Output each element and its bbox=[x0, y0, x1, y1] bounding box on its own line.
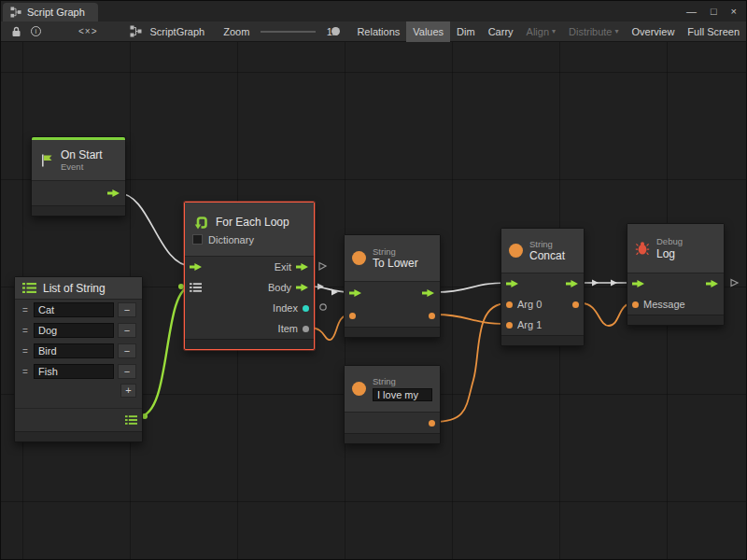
index-out-port[interactable]: Index bbox=[273, 302, 309, 314]
list-row: = − bbox=[15, 300, 142, 320]
body-out-port[interactable]: Body bbox=[268, 282, 309, 293]
flow-arrow-icon bbox=[506, 279, 519, 288]
drag-handle[interactable]: = bbox=[21, 326, 30, 336]
node-string-concat[interactable]: String Concat Arg bbox=[500, 228, 585, 346]
checkbox-label: Dictionary bbox=[208, 234, 254, 245]
zoom-label: Zoom bbox=[219, 26, 253, 37]
string-in-port[interactable] bbox=[349, 313, 356, 319]
flow-arrow-icon bbox=[632, 279, 645, 288]
string-port-icon bbox=[429, 313, 435, 319]
list-item-input[interactable] bbox=[34, 364, 114, 379]
value-out-port[interactable] bbox=[429, 420, 435, 427]
flow-arrow-icon bbox=[706, 279, 719, 288]
relations-button[interactable]: Relations bbox=[350, 21, 406, 42]
remove-item-button[interactable]: − bbox=[118, 343, 136, 358]
message-in-port[interactable]: Message bbox=[632, 299, 685, 310]
port-row: Arg 1 bbox=[501, 315, 584, 335]
distribute-dropdown[interactable]: Distribute ▾ bbox=[562, 21, 625, 42]
zoom-slider[interactable] bbox=[261, 31, 315, 33]
flow-glyph bbox=[611, 280, 617, 287]
drag-handle[interactable]: = bbox=[21, 346, 30, 357]
node-title: On Start bbox=[61, 148, 103, 161]
maximize-button[interactable]: □ bbox=[711, 6, 717, 17]
flow-out-port[interactable] bbox=[107, 189, 120, 198]
values-button[interactable]: Values bbox=[406, 21, 450, 42]
wire-literal-to-arg0 bbox=[434, 303, 507, 422]
node-debug-log[interactable]: Debug Log Message bbox=[627, 223, 725, 326]
unconnected-flow-port bbox=[731, 280, 738, 287]
flow-in-port[interactable] bbox=[190, 262, 203, 272]
arg0-in-port[interactable]: Arg 0 bbox=[506, 299, 542, 310]
node-header: List of String bbox=[15, 277, 142, 300]
string-port-icon bbox=[506, 322, 513, 329]
collection-in-port[interactable] bbox=[190, 283, 202, 292]
string-literal-input[interactable] bbox=[373, 388, 432, 401]
port-row bbox=[15, 409, 142, 431]
node-category: String bbox=[373, 376, 432, 386]
lock-icon[interactable] bbox=[7, 21, 26, 42]
list-item-input[interactable] bbox=[34, 302, 114, 317]
info-icon[interactable]: i bbox=[26, 21, 46, 42]
node-string-literal[interactable]: String bbox=[344, 365, 441, 444]
flow-arrow-icon bbox=[190, 262, 203, 272]
result-out-port[interactable] bbox=[572, 301, 579, 308]
drag-handle[interactable]: = bbox=[21, 305, 30, 315]
node-category: Debug bbox=[656, 236, 683, 246]
minimize-button[interactable]: — bbox=[686, 6, 697, 17]
node-string-to-lower[interactable]: String To Lower bbox=[344, 234, 441, 338]
remove-item-button[interactable]: − bbox=[118, 323, 136, 338]
string-type-icon bbox=[509, 244, 523, 258]
carry-button[interactable]: Carry bbox=[482, 21, 520, 42]
bug-icon bbox=[635, 241, 650, 256]
flow-out-port[interactable] bbox=[566, 279, 579, 288]
add-item-button[interactable]: + bbox=[120, 384, 136, 398]
graph-breadcrumb-icon bbox=[125, 21, 147, 42]
arg1-in-port[interactable]: Arg 1 bbox=[506, 319, 542, 330]
node-footer bbox=[501, 335, 584, 345]
result-out-port[interactable] bbox=[429, 313, 435, 319]
node-list-of-string[interactable]: List of String = − = − = − = − bbox=[14, 276, 143, 442]
node-header: For Each Loop Dictionary bbox=[185, 203, 314, 257]
flow-out-port[interactable] bbox=[422, 288, 435, 298]
dictionary-checkbox[interactable] bbox=[192, 234, 203, 245]
overview-button[interactable]: Overview bbox=[626, 21, 682, 42]
dim-button[interactable]: Dim bbox=[450, 21, 482, 42]
list-item-input[interactable] bbox=[34, 323, 114, 338]
tab-script-graph[interactable]: Script Graph bbox=[3, 3, 98, 21]
flow-out-port[interactable] bbox=[706, 279, 719, 288]
port-row bbox=[345, 413, 440, 433]
port-row: Arg 0 bbox=[501, 294, 584, 315]
flow-arrow-icon bbox=[296, 262, 309, 272]
item-out-port[interactable]: Item bbox=[278, 323, 309, 334]
titlebar: Script Graph — □ × bbox=[1, 1, 746, 21]
list-out-port[interactable] bbox=[125, 415, 137, 425]
node-footer bbox=[15, 431, 142, 441]
node-header: String bbox=[345, 366, 440, 413]
flow-in-port[interactable] bbox=[506, 279, 519, 288]
list-row: = − bbox=[15, 341, 142, 361]
remove-item-button[interactable]: − bbox=[118, 302, 136, 317]
fullscreen-button[interactable]: Full Screen bbox=[681, 21, 746, 42]
port-row: Exit bbox=[185, 257, 314, 277]
align-dropdown[interactable]: Align ▾ bbox=[520, 21, 562, 42]
graph-canvas[interactable]: On Start Event bbox=[1, 42, 747, 560]
window-controls: — □ × bbox=[677, 1, 746, 21]
node-on-start[interactable]: On Start Event bbox=[31, 136, 126, 217]
node-header: String Concat bbox=[501, 229, 584, 273]
close-button[interactable]: × bbox=[731, 6, 737, 17]
list-icon bbox=[125, 415, 137, 425]
remove-item-button[interactable]: − bbox=[118, 364, 136, 379]
port-row: Index bbox=[185, 298, 314, 318]
node-for-each-loop[interactable]: For Each Loop Dictionary Exit bbox=[184, 202, 315, 350]
list-add-row: + bbox=[15, 382, 142, 400]
graph-name[interactable]: ScriptGraph bbox=[147, 26, 209, 37]
code-toggle-icon[interactable]: <×> bbox=[70, 21, 106, 42]
drag-handle[interactable]: = bbox=[21, 367, 30, 377]
int-port-icon bbox=[303, 305, 309, 312]
node-title: To Lower bbox=[373, 257, 418, 270]
flow-in-port[interactable] bbox=[349, 288, 362, 298]
flow-in-port[interactable] bbox=[632, 279, 645, 288]
list-item-input[interactable] bbox=[34, 343, 114, 358]
port-row bbox=[501, 273, 584, 294]
exit-out-port[interactable]: Exit bbox=[275, 261, 309, 273]
